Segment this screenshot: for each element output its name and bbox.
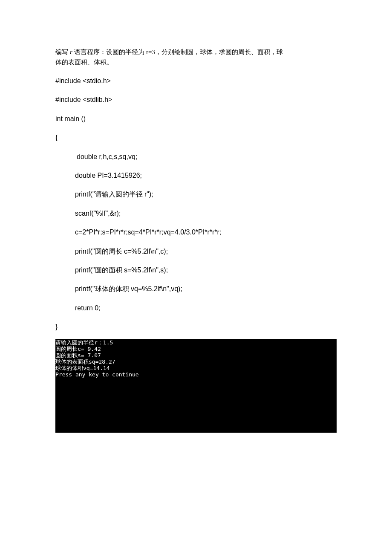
code-line-close-brace: } [55, 318, 337, 336]
code-line-open-brace: { [55, 128, 337, 147]
code-line-scanf: scanf("%lf",&r); [55, 204, 337, 223]
code-line-calc: c=2*PI*r;s=PI*r*r;sq=4*PI*r*r;vq=4.0/3.0… [55, 223, 337, 242]
code-line-declare-vars: double r,h,c,s,sq,vq; [55, 147, 337, 166]
terminal-line-continue: Press any key to continue [55, 372, 337, 378]
problem-line-1: 编写 c 语言程序：设圆的半径为 r=3，分别绘制圆，球体，求圆的周长、面积，球 [55, 49, 283, 55]
code-line-printf-vq: printf("球体的体积 vq=%5.2lf\n",vq); [55, 280, 337, 298]
problem-line-2: 体的表面积、体积。 [55, 59, 113, 66]
code-line-printf-prompt: printf("请输入圆的半径 r"); [55, 185, 337, 204]
terminal-output: 请输入圆的半径r：1.5 圆的周长c= 9.42 圆的面积s= 7.07 球体的… [55, 339, 337, 433]
code-line-include-stdio: #include <stdio.h> [55, 72, 337, 90]
terminal-line-sq: 球体的表面积sq=28.27 [55, 359, 337, 365]
code-line-return: return 0; [55, 299, 337, 318]
code-line-main: int main () [55, 110, 337, 128]
code-line-pi: double PI=3.1415926; [55, 166, 337, 185]
terminal-line-c: 圆的周长c= 9.42 [55, 346, 337, 353]
terminal-line-vq: 球体的体积vq=14.14 [55, 365, 337, 372]
problem-statement: 编写 c 语言程序：设圆的半径为 r=3，分别绘制圆，球体，求圆的周长、面积，球… [55, 47, 337, 67]
code-line-printf-c: printf("圆的周长 c=%5.2lf\n",c); [55, 242, 337, 261]
code-line-include-stdlib: #include <stdlib.h> [55, 90, 337, 109]
terminal-line-s: 圆的面积s= 7.07 [55, 353, 337, 359]
code-line-printf-s: printf("圆的面积 s=%5.2lf\n",s); [55, 261, 337, 280]
document-page: 编写 c 语言程序：设圆的半径为 r=3，分别绘制圆，球体，求圆的周长、面积，球… [0, 0, 392, 458]
terminal-line-input: 请输入圆的半径r：1.5 [55, 340, 337, 346]
